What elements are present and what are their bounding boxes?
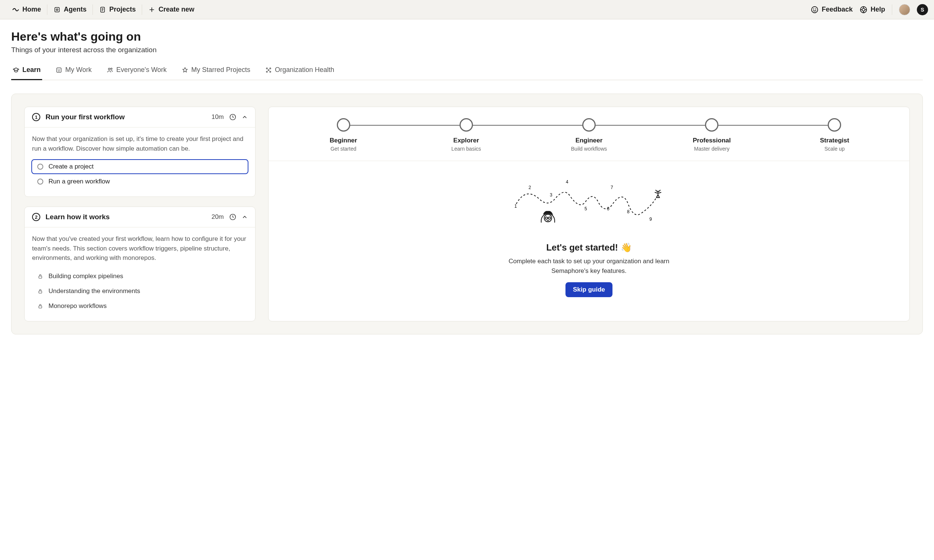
nav-help-label: Help xyxy=(871,6,885,14)
nav-home[interactable]: Home xyxy=(6,0,47,19)
tab-starred[interactable]: My Starred Projects xyxy=(180,66,252,80)
learn-panel: 1 Run your first workflow 10m Now that y… xyxy=(11,94,923,334)
tab-label: Organization Health xyxy=(275,66,334,74)
people-icon xyxy=(107,67,113,74)
smile-square-icon xyxy=(55,67,62,74)
nav-create-new[interactable]: Create new xyxy=(142,0,200,19)
stage-name: Beginner xyxy=(330,137,358,144)
stage-name: Explorer xyxy=(453,137,479,144)
skip-guide-button[interactable]: Skip guide xyxy=(566,282,612,297)
journey-path-icon: 1 2 3 4 5 6 7 8 9 xyxy=(511,176,667,235)
svg-text:1: 1 xyxy=(514,203,517,209)
graduation-cap-icon xyxy=(13,67,19,74)
grid-icon xyxy=(265,67,272,74)
star-icon xyxy=(182,67,188,74)
plus-icon xyxy=(148,6,156,14)
svg-text:7: 7 xyxy=(610,185,613,190)
tab-org-health[interactable]: Organization Health xyxy=(264,66,336,80)
nav-agents[interactable]: Agents xyxy=(47,0,92,19)
svg-line-42 xyxy=(655,192,657,193)
radio-unchecked-icon xyxy=(37,178,43,185)
lock-icon xyxy=(37,288,43,294)
task-run-green-workflow[interactable]: Run a green workflow xyxy=(32,174,248,189)
nav-projects[interactable]: Projects xyxy=(93,0,142,19)
stage-desc: Scale up xyxy=(825,146,845,152)
nav-help[interactable]: Help xyxy=(859,6,885,14)
lesson-duration: 10m xyxy=(211,113,224,121)
svg-text:8: 8 xyxy=(627,209,630,214)
stage-desc: Build workflows xyxy=(571,146,607,152)
tab-label: Learn xyxy=(22,66,41,74)
tabs: Learn My Work Everyone's Work My Starred… xyxy=(11,66,923,80)
tab-my-work[interactable]: My Work xyxy=(54,66,93,80)
smile-icon xyxy=(811,6,819,14)
stage-desc: Master delivery xyxy=(694,146,730,152)
user-avatar[interactable] xyxy=(899,4,910,15)
clock-icon xyxy=(229,213,236,221)
svg-point-21 xyxy=(111,68,112,69)
lesson-header[interactable]: 2 Learn how it works 20m xyxy=(25,207,255,228)
nav-secondary: Feedback Help S xyxy=(811,4,928,15)
svg-point-10 xyxy=(815,9,816,9)
progress-column: Beginner Get started Explorer Learn basi… xyxy=(268,107,910,322)
svg-rect-0 xyxy=(55,8,59,12)
step-number-icon: 2 xyxy=(32,213,40,221)
stage-name: Professional xyxy=(693,137,731,144)
tab-learn[interactable]: Learn xyxy=(11,66,42,80)
page-content: Here's what's going on Things of your in… xyxy=(0,19,934,334)
svg-point-26 xyxy=(268,69,269,71)
lesson-description: Now that you've created your first workf… xyxy=(32,234,248,263)
lock-icon xyxy=(37,303,43,309)
org-badge[interactable]: S xyxy=(917,4,928,15)
nav-projects-label: Projects xyxy=(109,6,136,14)
svg-text:2: 2 xyxy=(529,185,531,190)
svg-text:9: 9 xyxy=(649,217,652,222)
task-locked: Understanding the environments xyxy=(32,284,248,298)
task-label: Monorepo workflows xyxy=(48,302,107,310)
stage-engineer: Engineer Build workflows xyxy=(527,118,650,152)
svg-point-20 xyxy=(108,68,110,70)
stage-explorer: Explorer Learn basics xyxy=(405,118,527,152)
stage-name: Engineer xyxy=(576,137,603,144)
lesson-card-1: 1 Run your first workflow 10m Now that y… xyxy=(24,107,256,197)
nav-primary: Home Agents Projects Create new xyxy=(6,0,200,19)
task-create-project[interactable]: Create a project xyxy=(31,159,248,174)
lesson-title: Run your first workflow xyxy=(46,113,206,121)
stage-strategist: Strategist Scale up xyxy=(773,118,896,152)
svg-rect-31 xyxy=(39,306,42,308)
tab-everyones-work[interactable]: Everyone's Work xyxy=(105,66,168,80)
task-label: Run a green workflow xyxy=(48,178,109,185)
stage-name: Strategist xyxy=(820,137,849,144)
nav-feedback-label: Feedback xyxy=(822,6,853,14)
nav-home-label: Home xyxy=(22,6,41,14)
stage-dot-icon xyxy=(705,118,718,132)
nav-agents-label: Agents xyxy=(64,6,86,14)
lesson-body: Now that your organization is set up, it… xyxy=(25,128,255,197)
nav-feedback[interactable]: Feedback xyxy=(811,6,853,14)
agents-icon xyxy=(53,6,61,14)
page-title: Here's what's going on xyxy=(11,30,923,44)
svg-point-9 xyxy=(814,9,814,9)
page-subtitle: Things of your interest across the organ… xyxy=(11,46,923,54)
topbar: Home Agents Projects Create new xyxy=(0,0,934,19)
task-locked: Monorepo workflows xyxy=(32,298,248,314)
lesson-duration: 20m xyxy=(211,213,224,221)
svg-point-12 xyxy=(862,8,865,11)
lesson-header[interactable]: 1 Run your first workflow 10m xyxy=(25,107,255,128)
svg-rect-29 xyxy=(39,276,42,278)
svg-point-8 xyxy=(812,6,818,13)
task-label: Understanding the environments xyxy=(48,288,140,295)
svg-rect-30 xyxy=(39,291,42,293)
stage-dot-icon xyxy=(337,118,350,132)
tab-label: My Starred Projects xyxy=(191,66,250,74)
lessons-column: 1 Run your first workflow 10m Now that y… xyxy=(24,107,256,322)
svg-line-43 xyxy=(659,192,661,193)
tab-label: My Work xyxy=(65,66,92,74)
stage-desc: Get started xyxy=(330,146,356,152)
stage-dot-icon xyxy=(582,118,596,132)
logo-icon xyxy=(12,6,19,14)
svg-point-23 xyxy=(270,68,271,69)
help-icon xyxy=(859,6,868,14)
chevron-up-icon xyxy=(242,114,248,120)
svg-point-25 xyxy=(270,71,271,72)
